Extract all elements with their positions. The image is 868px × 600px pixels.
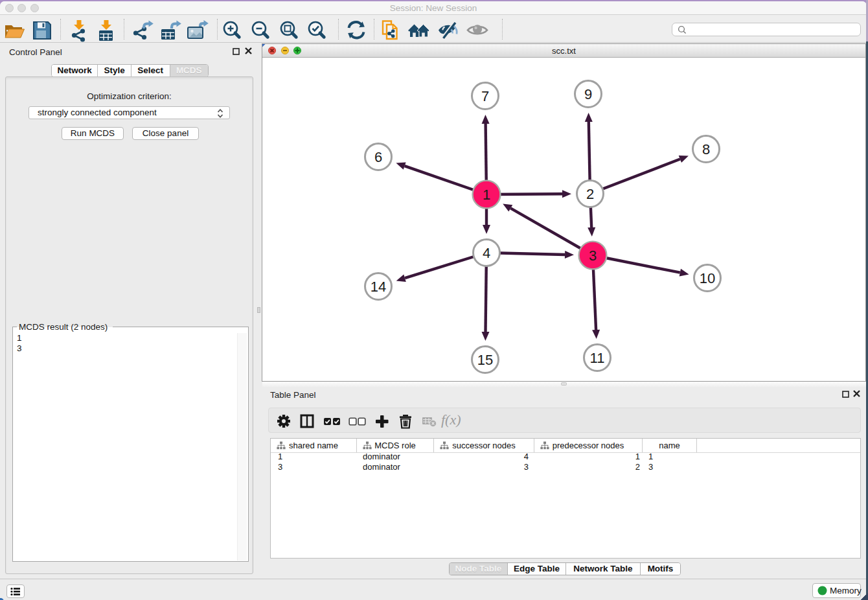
svg-text:3: 3 — [589, 248, 597, 264]
svg-text:14: 14 — [371, 279, 386, 295]
svg-text:10: 10 — [700, 270, 715, 286]
svg-text:4: 4 — [483, 245, 490, 261]
svg-text:8: 8 — [702, 141, 710, 157]
svg-text:2: 2 — [586, 186, 594, 202]
svg-text:15: 15 — [477, 352, 493, 368]
svg-text:7: 7 — [481, 88, 489, 104]
svg-text:9: 9 — [584, 86, 592, 102]
svg-text:11: 11 — [590, 350, 605, 366]
svg-text:6: 6 — [374, 149, 382, 165]
svg-text:1: 1 — [483, 187, 490, 203]
